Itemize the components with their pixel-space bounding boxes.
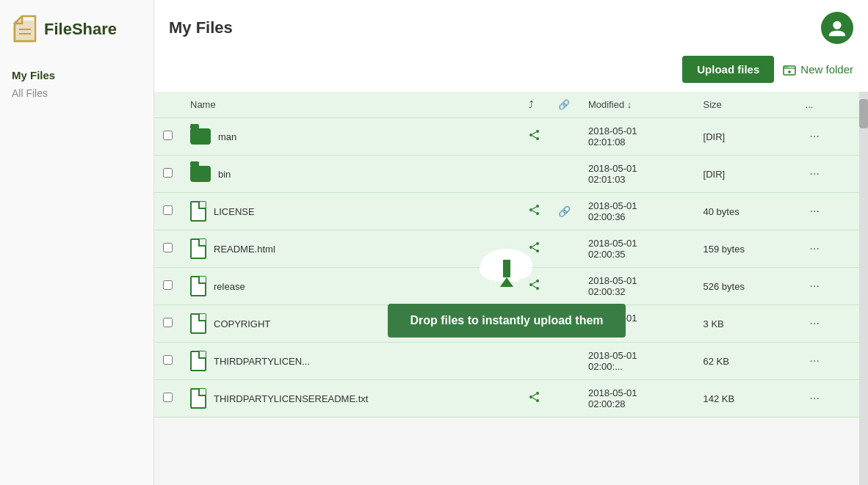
svg-point-17	[536, 242, 539, 245]
file-name-content: COPYRIGHT	[190, 313, 511, 334]
row-checkbox[interactable]	[163, 168, 173, 178]
row-more-button[interactable]: ···	[806, 241, 824, 257]
row-modified-cell: 2018-05-0102:00:31	[579, 305, 695, 343]
row-link-cell	[549, 268, 579, 305]
sidebar-nav: My Files All Files	[0, 59, 153, 109]
svg-line-31	[532, 398, 536, 400]
row-checkbox[interactable]	[163, 243, 173, 252]
row-checkbox[interactable]	[163, 280, 173, 290]
col-link-header: 🔗	[549, 92, 579, 118]
svg-line-21	[532, 248, 536, 250]
svg-line-15	[532, 207, 536, 209]
link-icon[interactable]: 🔗	[558, 318, 571, 329]
row-link-cell	[549, 230, 579, 268]
row-size-cell: [DIR]	[695, 156, 797, 193]
row-share-cell	[520, 268, 549, 305]
document-icon	[190, 276, 206, 296]
file-name[interactable]: man	[218, 131, 236, 142]
row-checkbox[interactable]	[163, 355, 173, 365]
row-actions-cell: ···	[797, 268, 859, 305]
row-checkbox-cell	[154, 230, 181, 268]
svg-line-10	[532, 132, 536, 134]
file-name-content: THIRDPARTYLICENSEREADME.txt	[190, 388, 511, 409]
table-row: THIRDPARTYLICEN...2018-05-0102:00:...62 …	[154, 343, 859, 380]
file-name[interactable]: THIRDPARTYLICEN...	[214, 356, 310, 367]
row-link-cell	[549, 118, 579, 156]
row-name-cell: bin	[181, 156, 520, 193]
row-checkbox-cell	[154, 193, 181, 230]
new-folder-button[interactable]: New folder	[783, 56, 853, 83]
upload-files-button[interactable]: Upload files	[682, 56, 774, 83]
row-link-cell: 🔗	[549, 193, 579, 230]
row-actions-cell: ···	[797, 380, 859, 417]
col-name-header: Name	[181, 92, 520, 118]
svg-line-11	[532, 136, 536, 138]
main-content: My Files Upload files New folder	[154, 0, 868, 485]
row-actions-cell: ···	[797, 118, 859, 156]
row-link-cell: 🔗	[549, 305, 579, 343]
row-modified-cell: 2018-05-0102:00:28	[579, 380, 695, 417]
svg-point-19	[529, 246, 532, 249]
share-icon[interactable]	[529, 205, 540, 218]
scrollbar[interactable]	[859, 92, 868, 485]
row-checkbox-cell	[154, 118, 181, 156]
row-name-cell: README.html	[181, 230, 520, 268]
row-more-button[interactable]: ···	[806, 278, 824, 294]
svg-point-22	[536, 280, 539, 282]
row-size-cell: 142 KB	[695, 380, 797, 417]
row-checkbox[interactable]	[163, 318, 173, 327]
row-more-button[interactable]: ···	[806, 128, 824, 145]
share-icon[interactable]	[529, 280, 540, 293]
row-size-cell: 3 KB	[695, 305, 797, 343]
file-name[interactable]: README.html	[214, 244, 275, 255]
row-actions-cell: ···	[797, 193, 859, 230]
share-icon[interactable]	[529, 393, 540, 405]
folder-icon	[190, 128, 211, 145]
file-name[interactable]: release	[214, 281, 245, 292]
table-row: COPYRIGHT🔗2018-05-0102:00:313 KB···	[154, 305, 859, 343]
row-size-cell: 62 KB	[695, 343, 797, 380]
svg-point-9	[529, 134, 532, 136]
folder-icon	[190, 166, 211, 182]
user-avatar[interactable]	[821, 12, 853, 44]
row-checkbox[interactable]	[163, 393, 173, 402]
file-name[interactable]: THIRDPARTYLICENSEREADME.txt	[214, 393, 368, 404]
row-link-cell	[549, 343, 579, 380]
document-icon	[190, 238, 206, 259]
sidebar-item-myfiles[interactable]: My Files	[12, 66, 142, 84]
scrollbar-thumb[interactable]	[859, 99, 868, 128]
share-icon[interactable]	[529, 243, 540, 255]
sidebar-item-allfiles[interactable]: All Files	[12, 84, 142, 102]
link-icon[interactable]: 🔗	[558, 205, 571, 217]
row-share-cell	[520, 380, 549, 417]
svg-line-25	[532, 282, 536, 284]
document-icon	[190, 313, 206, 334]
row-name-cell: THIRDPARTYLICEN...	[181, 343, 520, 380]
row-checkbox-cell	[154, 268, 181, 305]
row-more-button[interactable]: ···	[806, 316, 824, 332]
file-name[interactable]: COPYRIGHT	[214, 318, 270, 329]
svg-point-23	[536, 287, 539, 290]
row-modified-cell: 2018-05-0102:00:35	[579, 230, 695, 268]
header: My Files	[154, 0, 868, 56]
file-table-wrapper: Name ⤴ 🔗 Modified ↓ Size	[154, 92, 859, 485]
row-more-button[interactable]: ···	[806, 353, 824, 369]
file-name[interactable]: LICENSE	[214, 206, 255, 217]
document-icon	[190, 388, 206, 409]
row-checkbox-cell	[154, 156, 181, 193]
file-name-content: man	[190, 128, 511, 145]
svg-point-13	[536, 212, 539, 215]
row-more-button[interactable]: ···	[806, 203, 824, 219]
logo-icon	[12, 15, 38, 44]
document-icon	[190, 351, 206, 371]
file-name-content: THIRDPARTYLICEN...	[190, 351, 511, 371]
svg-point-28	[536, 399, 539, 402]
row-more-button[interactable]: ···	[806, 166, 824, 182]
row-checkbox[interactable]	[163, 131, 173, 140]
file-name[interactable]: bin	[218, 169, 231, 180]
share-icon[interactable]	[529, 131, 540, 143]
row-more-button[interactable]: ···	[806, 390, 824, 406]
file-name-content: bin	[190, 166, 511, 182]
row-checkbox[interactable]	[163, 205, 173, 215]
file-table: Name ⤴ 🔗 Modified ↓ Size	[154, 92, 859, 417]
